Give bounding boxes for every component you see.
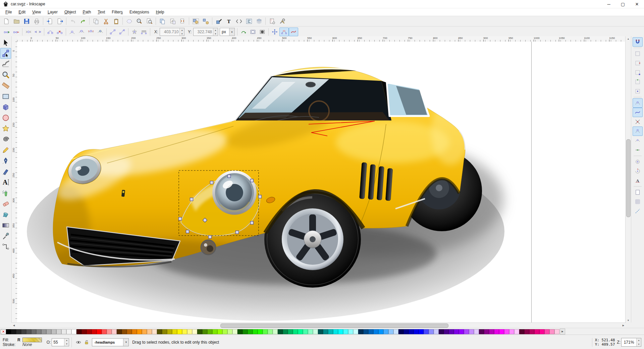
color-swatch[interactable] bbox=[464, 329, 469, 334]
color-swatch[interactable] bbox=[167, 329, 172, 334]
color-swatch[interactable] bbox=[398, 329, 404, 334]
color-swatch[interactable] bbox=[187, 329, 192, 334]
fill-stroke-dialog-button[interactable] bbox=[214, 16, 224, 26]
color-swatch[interactable] bbox=[237, 329, 243, 334]
quarter-window[interactable] bbox=[387, 83, 429, 116]
color-swatch[interactable] bbox=[212, 329, 217, 334]
tool-node-editor[interactable] bbox=[0, 48, 11, 59]
color-swatch[interactable] bbox=[243, 329, 248, 334]
vertical-scroll-thumb[interactable] bbox=[626, 139, 631, 217]
segment-line-button[interactable] bbox=[108, 28, 117, 36]
color-swatch[interactable] bbox=[56, 329, 61, 334]
tool-text[interactable]: A bbox=[0, 177, 11, 188]
menu-file[interactable]: File bbox=[2, 9, 15, 15]
tool-bezier-pen[interactable] bbox=[0, 155, 11, 166]
color-swatch[interactable] bbox=[41, 329, 46, 334]
maximize-button[interactable]: ▢ bbox=[616, 0, 630, 8]
color-swatch[interactable] bbox=[278, 329, 283, 334]
palette-scroll-right-icon[interactable]: ▶ bbox=[560, 329, 565, 335]
zoom-to-drawing-button[interactable] bbox=[134, 16, 144, 26]
snap-page-border-button[interactable] bbox=[633, 188, 643, 197]
object-to-path-button[interactable] bbox=[130, 28, 139, 36]
color-swatch[interactable] bbox=[303, 329, 308, 334]
color-swatch[interactable] bbox=[137, 329, 142, 334]
color-swatch[interactable] bbox=[192, 329, 197, 334]
path-node[interactable] bbox=[251, 179, 254, 182]
color-swatch[interactable] bbox=[519, 329, 524, 334]
path-node[interactable] bbox=[186, 230, 189, 233]
scroll-left-icon[interactable]: ◀ bbox=[11, 323, 16, 328]
color-swatch[interactable] bbox=[529, 329, 534, 334]
insert-node-button[interactable] bbox=[2, 28, 11, 36]
units-dropdown[interactable]: px ▼ bbox=[220, 28, 235, 36]
color-swatch[interactable] bbox=[348, 329, 353, 334]
color-swatch[interactable] bbox=[122, 329, 127, 334]
color-swatch[interactable] bbox=[202, 329, 207, 334]
color-swatch[interactable] bbox=[459, 329, 464, 334]
path-node[interactable] bbox=[251, 221, 254, 225]
color-swatch[interactable] bbox=[409, 329, 414, 334]
zoom-to-selection-button[interactable] bbox=[124, 16, 134, 26]
tool-measure[interactable] bbox=[0, 80, 11, 91]
redo-button[interactable] bbox=[78, 16, 88, 26]
fill-swatch[interactable] bbox=[22, 338, 42, 342]
path-node[interactable] bbox=[210, 181, 213, 184]
tool-spray[interactable] bbox=[0, 188, 11, 198]
color-swatch[interactable] bbox=[363, 329, 368, 334]
make-corner-button[interactable] bbox=[67, 28, 77, 36]
delete-node-button[interactable] bbox=[11, 28, 21, 36]
color-swatch[interactable] bbox=[258, 329, 263, 334]
export-bitmap-button[interactable] bbox=[55, 16, 65, 26]
color-swatch[interactable] bbox=[46, 329, 51, 334]
color-swatch[interactable] bbox=[82, 329, 87, 334]
opacity-spinner[interactable]: ▲▼ bbox=[64, 339, 69, 346]
minimize-button[interactable]: ─ bbox=[602, 0, 616, 8]
color-swatch[interactable] bbox=[182, 329, 187, 334]
tool-box-3d[interactable] bbox=[0, 102, 11, 112]
path-node[interactable] bbox=[179, 217, 182, 220]
color-swatch[interactable] bbox=[353, 329, 358, 334]
layer-visibility-toggle[interactable] bbox=[75, 339, 82, 346]
color-swatch[interactable] bbox=[263, 329, 268, 334]
x-spinner[interactable]: ▲▼ bbox=[179, 28, 184, 36]
y-coord-field[interactable]: 322.748 ▲▼ bbox=[193, 28, 218, 36]
color-swatch[interactable] bbox=[293, 329, 298, 334]
menu-extensions[interactable]: Extensions bbox=[126, 9, 153, 15]
horizontal-ruler[interactable]: 0501001502002503003504004505005506006507… bbox=[17, 36, 625, 42]
color-swatch[interactable] bbox=[217, 329, 222, 334]
color-swatch[interactable] bbox=[454, 329, 459, 334]
color-swatch[interactable] bbox=[142, 329, 147, 334]
color-swatch[interactable] bbox=[323, 329, 328, 334]
color-swatch[interactable] bbox=[66, 329, 71, 334]
color-swatch[interactable] bbox=[328, 329, 333, 334]
color-swatch[interactable] bbox=[87, 329, 92, 334]
color-swatch[interactable] bbox=[474, 329, 479, 334]
scroll-up-icon[interactable]: ▲ bbox=[626, 36, 631, 41]
color-swatch[interactable] bbox=[424, 329, 429, 334]
color-swatch[interactable] bbox=[554, 329, 559, 334]
snap-to-paths-button[interactable] bbox=[633, 108, 643, 117]
color-swatch[interactable] bbox=[494, 329, 499, 334]
tool-gradient[interactable] bbox=[0, 220, 11, 231]
break-nodes-button[interactable] bbox=[33, 28, 43, 36]
new-document-button[interactable] bbox=[1, 16, 11, 26]
snap-bbox-button[interactable] bbox=[633, 49, 643, 58]
color-swatch[interactable] bbox=[368, 329, 373, 334]
color-swatch[interactable] bbox=[31, 329, 36, 334]
color-swatch[interactable] bbox=[112, 329, 117, 334]
color-swatch[interactable] bbox=[404, 329, 409, 334]
snap-enable-button[interactable] bbox=[633, 37, 643, 47]
show-path-outline-button[interactable] bbox=[289, 28, 298, 36]
color-swatch[interactable] bbox=[414, 329, 419, 334]
color-swatch[interactable] bbox=[273, 329, 278, 334]
tool-ellipse[interactable] bbox=[0, 112, 11, 123]
tool-connector[interactable] bbox=[0, 241, 11, 252]
scroll-down-icon[interactable]: ▼ bbox=[626, 318, 631, 322]
make-auto-button[interactable] bbox=[96, 28, 105, 36]
color-swatch[interactable] bbox=[152, 329, 157, 334]
color-swatch[interactable] bbox=[268, 329, 273, 334]
color-swatch[interactable] bbox=[197, 329, 202, 334]
color-swatch[interactable] bbox=[222, 329, 227, 334]
join-nodes-button[interactable] bbox=[24, 28, 33, 36]
zoom-field[interactable]: 171% ▲▼ bbox=[621, 338, 641, 347]
